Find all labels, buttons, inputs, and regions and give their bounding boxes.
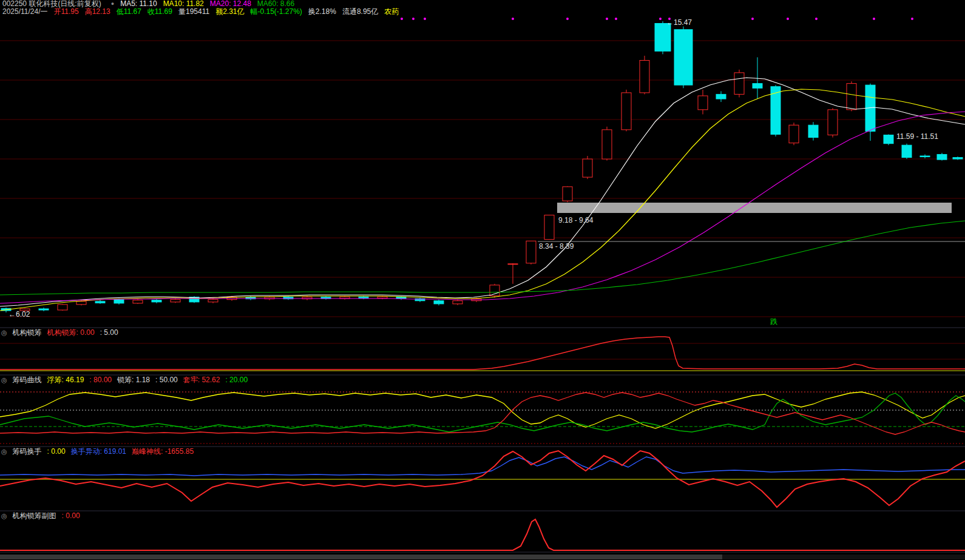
left-low-price-label: ←6.02 [8, 310, 30, 319]
panel-collapse-icon[interactable]: ◎ [1, 328, 7, 337]
quote-amount: 额2.31亿 [215, 8, 244, 16]
panel-title: 机构锁筹 [13, 328, 42, 337]
panel-header-jigou-suochou-fu: ◎ 机构锁筹副图 : 0.00 [1, 511, 80, 520]
sector-tag[interactable]: 农药 [384, 8, 399, 16]
scrollbar-thumb[interactable] [0, 555, 722, 559]
quote-date: 2025/11/24/一 [2, 8, 48, 16]
signal-dots [401, 18, 913, 20]
header-quote-line: 2025/11/24/一 开11.95 高12.13 低11.67 收11.69… [2, 8, 399, 16]
panel-collapse-icon[interactable]: ◎ [1, 511, 7, 520]
quote-high: 高12.13 [85, 8, 110, 16]
quote-low: 低11.67 [117, 8, 141, 16]
panel-stat: 巅峰神线: -1655.85 [132, 447, 194, 456]
peak-price-label: ←15.47 [666, 18, 692, 27]
panel-stat: : 20.00 [225, 376, 248, 384]
panel-header-chouma-huanshou: ◎ 筹码换手 : 0.00 换手异动: 619.01 巅峰神线: -1655.8… [1, 447, 194, 456]
indicator-panel-chouma-quxian [0, 392, 965, 444]
panel-stat: 换手异动: 619.01 [71, 447, 126, 456]
panel-collapse-icon[interactable]: ◎ [1, 376, 7, 384]
panel-header-chouma-quxian: ◎ 筹码曲线 浮筹: 46.19 : 80.00 锁筹: 1.18 : 50.0… [1, 376, 248, 384]
quote-close: 收11.69 [147, 8, 172, 16]
quote-change: 幅-0.15(-1.27%) [250, 8, 302, 16]
chart-canvas[interactable] [0, 0, 965, 560]
current-gap-label: 11.59 - 11.51 [896, 132, 938, 141]
panel-stat: 机构锁筹: 0.00 [47, 328, 95, 337]
panel-stat: : 5.00 [100, 328, 118, 337]
panel-stat: 浮筹: 46.19 [47, 376, 84, 384]
panel-stat: : 0.00 [62, 511, 80, 520]
gap-zone-lower-label: 8.34 - 8.39 [539, 242, 574, 251]
fall-tag: 跌 [770, 317, 777, 327]
ma-line-MA5 [0, 78, 965, 306]
candles-layer [1, 21, 963, 312]
panel-stat: : 80.00 [89, 376, 112, 384]
indicator-panel-jigou-suochou-fu [0, 519, 965, 550]
gap-zone-bar [557, 203, 952, 213]
quote-volume: 量195411 [178, 8, 209, 16]
panel-separators [0, 328, 965, 552]
indicator-panel-jigou-suochou [0, 337, 965, 371]
horizontal-scrollbar[interactable] [0, 555, 965, 559]
main-gridlines [0, 41, 965, 317]
ma-lines-layer [0, 78, 965, 311]
panel-title: 筹码曲线 [13, 376, 42, 384]
panel-stat: 锁筹: 1.18 [117, 376, 150, 384]
panel-header-jigou-suochou: ◎ 机构锁筹 机构锁筹: 0.00 : 5.00 [1, 328, 118, 337]
panel-title: 机构锁筹副图 [13, 511, 56, 520]
quote-open: 开11.95 [54, 8, 79, 16]
panel-title: 筹码换手 [13, 447, 42, 456]
quote-float-shares: 流通8.95亿 [342, 8, 378, 16]
quote-turnover: 换2.18% [308, 8, 336, 16]
panel-stat: : 50.00 [155, 376, 178, 384]
panel-collapse-icon[interactable]: ◎ [1, 447, 7, 456]
panel-stat: 套牢: 52.62 [183, 376, 220, 384]
panel-stat: : 0.00 [47, 447, 66, 456]
indicator-panel-chouma-huanshou [0, 451, 965, 507]
gap-zone-upper-label: 9.18 - 9.64 [558, 216, 593, 224]
ma-dot-icon: ● [111, 0, 114, 8]
ma-line-MA60 [0, 221, 965, 295]
